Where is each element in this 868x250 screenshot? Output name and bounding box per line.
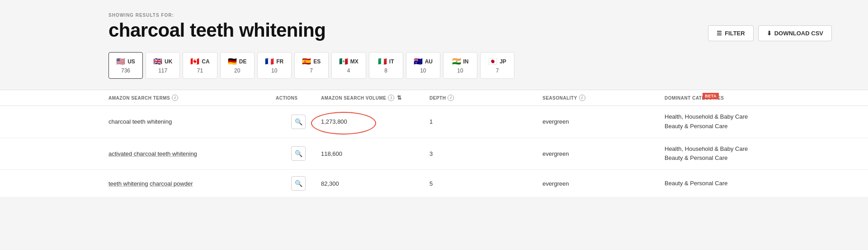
download-csv-button[interactable]: ⬇ DOWNLOAD CSV bbox=[758, 25, 832, 41]
flag-jp: 🇯🇵 bbox=[488, 57, 497, 66]
category-item: Beauty & Personal Care bbox=[665, 154, 868, 163]
cell-seasonality: evergreen bbox=[542, 118, 665, 125]
country-tab-us[interactable]: 🇺🇸 US 736 bbox=[108, 52, 143, 79]
country-tab-in[interactable]: 🇮🇳 IN 10 bbox=[443, 52, 477, 79]
search-icon: 🔍 bbox=[295, 150, 302, 157]
flag-es: 🇪🇸 bbox=[302, 57, 311, 66]
download-icon: ⬇ bbox=[767, 30, 772, 37]
cell-depth: 1 bbox=[429, 118, 542, 125]
tab-count-ca: 71 bbox=[197, 67, 203, 74]
flag-mx: 🇲🇽 bbox=[339, 57, 348, 66]
tab-count-es: 7 bbox=[310, 67, 313, 74]
volume-value: 118,600 bbox=[321, 150, 342, 157]
flag-uk: 🇬🇧 bbox=[153, 57, 162, 66]
beta-badge: BETA bbox=[703, 93, 719, 99]
term-link-teeth-whitening[interactable]: teeth whitening bbox=[108, 180, 148, 187]
tab-count-it: 8 bbox=[384, 67, 387, 74]
term-link[interactable]: activated charcoal teeth whitening bbox=[108, 150, 197, 157]
country-code-es: ES bbox=[313, 58, 321, 65]
search-action-button[interactable]: 🔍 bbox=[291, 115, 306, 129]
tab-count-in: 10 bbox=[457, 67, 463, 74]
cell-depth: 3 bbox=[429, 150, 542, 157]
country-tab-es[interactable]: 🇪🇸 ES 7 bbox=[294, 52, 329, 79]
country-tab-uk[interactable]: 🇬🇧 UK 117 bbox=[146, 52, 180, 79]
cell-volume: 1,273,800 bbox=[321, 118, 429, 125]
tab-count-de: 20 bbox=[234, 67, 240, 74]
cell-search-term: teeth whitening charcoal powder bbox=[108, 180, 276, 187]
search-action-button[interactable]: 🔍 bbox=[291, 176, 306, 191]
volume-value: 82,300 bbox=[321, 180, 339, 187]
showing-results-label: SHOWING RESULTS FOR: bbox=[108, 13, 850, 18]
tab-count-jp: 7 bbox=[496, 67, 499, 74]
country-tab-de[interactable]: 🇩🇪 DE 20 bbox=[220, 52, 255, 79]
column-header-volume: AMAZON SEARCH VOLUME i ⇅ bbox=[321, 95, 429, 101]
table-row: charcoal teeth whitening 🔍 1,273,800 1 e… bbox=[0, 106, 868, 138]
country-tab-mx[interactable]: 🇲🇽 MX 4 bbox=[331, 52, 366, 79]
cell-actions: 🔍 bbox=[276, 176, 321, 191]
country-code-fr: FR bbox=[276, 58, 283, 65]
cell-depth: 5 bbox=[429, 180, 542, 187]
cell-categories: Beauty & Personal Care bbox=[665, 179, 868, 188]
flag-au: 🇦🇺 bbox=[414, 57, 423, 66]
volume-info-icon[interactable]: i bbox=[388, 95, 394, 101]
volume-highlight: 1,273,800 bbox=[321, 118, 347, 125]
flag-it: 🇮🇹 bbox=[378, 57, 387, 66]
tab-count-fr: 10 bbox=[271, 67, 277, 74]
country-tab-ca[interactable]: 🇨🇦 CA 71 bbox=[183, 52, 217, 79]
cell-actions: 🔍 bbox=[276, 146, 321, 161]
column-header-depth: DEPTH i bbox=[429, 95, 542, 101]
cell-categories: Health, Household & Baby CareBeauty & Pe… bbox=[665, 144, 868, 163]
term-link-charcoal-powder[interactable]: charcoal powder bbox=[150, 180, 193, 187]
country-code-uk: UK bbox=[165, 58, 172, 65]
country-tab-au[interactable]: 🇦🇺 AU 10 bbox=[406, 52, 440, 79]
country-code-it: IT bbox=[389, 58, 394, 65]
table-row: activated charcoal teeth whitening 🔍 118… bbox=[0, 138, 868, 170]
category-item: Health, Household & Baby Care bbox=[665, 144, 868, 154]
country-tab-list: 🇺🇸 US 736 🇬🇧 UK 117 🇨🇦 CA 71 🇩🇪 DE 20 bbox=[108, 52, 850, 79]
cell-search-term: activated charcoal teeth whitening bbox=[108, 150, 276, 157]
flag-us: 🇺🇸 bbox=[116, 57, 125, 66]
country-code-jp: JP bbox=[500, 58, 506, 65]
search-icon: 🔍 bbox=[295, 180, 302, 187]
country-code-au: AU bbox=[425, 58, 433, 65]
country-tab-fr[interactable]: 🇫🇷 FR 10 bbox=[257, 52, 292, 79]
country-tab-it[interactable]: 🇮🇹 IT 8 bbox=[369, 52, 403, 79]
flag-de: 🇩🇪 bbox=[228, 57, 237, 66]
depth-info-icon[interactable]: i bbox=[448, 95, 454, 101]
filter-icon: ☰ bbox=[717, 30, 722, 37]
table-row: teeth whitening charcoal powder 🔍 82,300… bbox=[0, 170, 868, 197]
country-code-ca: CA bbox=[202, 58, 209, 65]
country-code-mx: MX bbox=[350, 58, 359, 65]
table-body: charcoal teeth whitening 🔍 1,273,800 1 e… bbox=[0, 106, 868, 197]
column-header-seasonality: SEASONALITY i bbox=[542, 95, 665, 101]
search-icon: 🔍 bbox=[295, 118, 302, 125]
tab-count-us: 736 bbox=[121, 67, 130, 74]
cell-search-term: charcoal teeth whitening bbox=[108, 118, 276, 125]
filter-label: FILTER bbox=[725, 30, 745, 37]
flag-fr: 🇫🇷 bbox=[265, 57, 274, 66]
tab-count-mx: 4 bbox=[347, 67, 350, 74]
column-header-terms: AMAZON SEARCH TERMS i bbox=[108, 95, 276, 101]
seasonality-info-icon[interactable]: i bbox=[579, 95, 585, 101]
tab-count-au: 10 bbox=[420, 67, 426, 74]
category-item: Health, Household & Baby Care bbox=[665, 112, 868, 122]
sort-icon[interactable]: ⇅ bbox=[397, 95, 402, 101]
country-code-de: DE bbox=[239, 58, 247, 65]
cell-seasonality: evergreen bbox=[542, 150, 665, 157]
column-header-actions: ACTIONS bbox=[276, 95, 321, 101]
download-label: DOWNLOAD CSV bbox=[774, 30, 823, 37]
flag-ca: 🇨🇦 bbox=[190, 57, 199, 66]
column-header-categories: DOMINANT CATEGORIES bbox=[665, 95, 868, 101]
country-tab-jp[interactable]: 🇯🇵 JP 7 bbox=[480, 52, 514, 79]
cell-volume: 82,300 bbox=[321, 180, 429, 187]
cell-seasonality: evergreen bbox=[542, 180, 665, 187]
terms-info-icon[interactable]: i bbox=[172, 95, 178, 101]
search-action-button[interactable]: 🔍 bbox=[291, 146, 306, 161]
category-item: Beauty & Personal Care bbox=[665, 179, 868, 188]
flag-in: 🇮🇳 bbox=[452, 57, 461, 66]
cell-actions: 🔍 bbox=[276, 115, 321, 129]
filter-button[interactable]: ☰ FILTER bbox=[708, 25, 754, 41]
cell-categories: Health, Household & Baby CareBeauty & Pe… bbox=[665, 112, 868, 131]
country-code-us: US bbox=[127, 58, 135, 65]
cell-volume: 118,600 bbox=[321, 150, 429, 157]
